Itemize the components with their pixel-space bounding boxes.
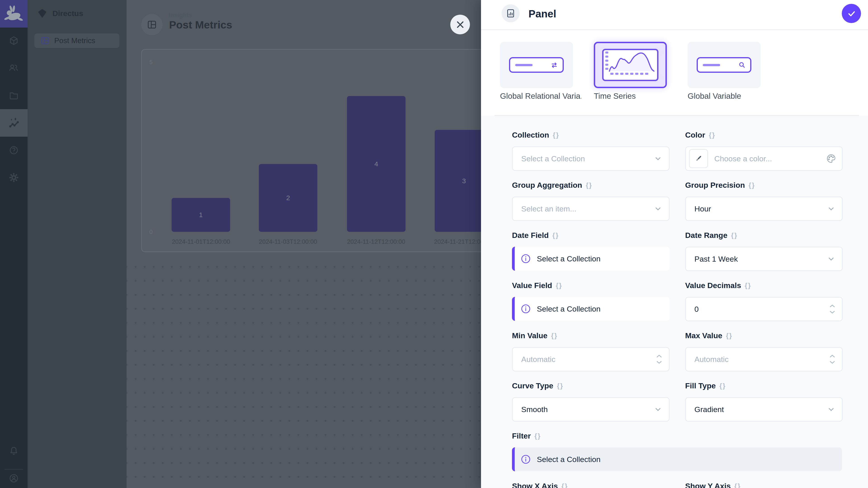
fill-type-select[interactable]: Gradient bbox=[685, 397, 843, 422]
module-files[interactable] bbox=[0, 82, 28, 109]
info-icon bbox=[521, 304, 531, 314]
bar-value-label: 2 bbox=[286, 194, 290, 202]
box-icon bbox=[8, 35, 19, 46]
field-label-group-aggregation: Group Aggregation{} bbox=[512, 181, 592, 190]
close-icon bbox=[455, 20, 465, 30]
drawer-header: Panel bbox=[481, 0, 868, 30]
notifications-button[interactable] bbox=[0, 437, 28, 465]
page-header-icon-button[interactable] bbox=[141, 14, 162, 35]
number-stepper[interactable] bbox=[656, 354, 662, 365]
save-panel-button[interactable] bbox=[842, 4, 861, 23]
date-field-notice[interactable]: Select a Collection bbox=[512, 247, 670, 271]
sidebar-item-label: Post Metrics bbox=[54, 36, 95, 45]
module-users[interactable] bbox=[0, 54, 28, 82]
info-icon bbox=[521, 254, 531, 264]
raw-value-icon[interactable]: {} bbox=[556, 282, 562, 289]
eyedropper-button[interactable] bbox=[689, 149, 708, 168]
y-axis-tick-max: 5 bbox=[147, 59, 156, 66]
bell-icon bbox=[8, 446, 19, 456]
raw-value-icon[interactable]: {} bbox=[534, 432, 541, 440]
project-chooser[interactable]: Directus bbox=[28, 0, 127, 27]
color-input[interactable]: Choose a color... bbox=[685, 147, 843, 171]
value-decimals-input[interactable]: 0 bbox=[685, 297, 843, 321]
field-label-date-field: Date Field{} bbox=[512, 231, 559, 240]
field-label-show-x-axis: Show X Axis{} bbox=[512, 482, 568, 488]
curve-type-select[interactable]: Smooth bbox=[512, 397, 670, 422]
chart-bar: 2 bbox=[259, 164, 317, 232]
raw-value-icon[interactable]: {} bbox=[552, 232, 559, 239]
search-icon bbox=[738, 61, 747, 70]
field-label-collection: Collection{} bbox=[512, 131, 559, 139]
module-settings[interactable] bbox=[0, 164, 28, 191]
raw-value-icon[interactable]: {} bbox=[553, 131, 559, 139]
input-illustration bbox=[509, 57, 564, 73]
raw-value-icon[interactable]: {} bbox=[561, 482, 568, 488]
palette-icon[interactable] bbox=[826, 154, 836, 164]
dashboard-icon bbox=[40, 36, 50, 45]
field-label-group-precision: Group Precision{} bbox=[685, 181, 755, 190]
min-value-input[interactable]: Automatic bbox=[512, 347, 670, 371]
panel-type-time-series[interactable] bbox=[594, 42, 667, 88]
group-precision-select[interactable]: Hour bbox=[685, 197, 843, 221]
module-content[interactable] bbox=[0, 27, 28, 55]
field-label-color: Color{} bbox=[685, 131, 715, 139]
chart-panel-icon bbox=[505, 8, 516, 19]
panel-type-picker: Global Relational Varia... bbox=[481, 30, 868, 116]
x-axis-tick: 2024-11-01T12:00:00 bbox=[153, 238, 248, 246]
input-illustration bbox=[697, 57, 751, 73]
drawer-close-button[interactable] bbox=[450, 15, 470, 34]
y-axis-tick-min: 0 bbox=[147, 228, 156, 235]
project-diamond-icon bbox=[37, 8, 48, 19]
directus-logo-button[interactable] bbox=[0, 0, 28, 28]
folder-icon bbox=[8, 90, 19, 101]
raw-value-icon[interactable]: {} bbox=[557, 382, 563, 390]
max-value-input[interactable]: Automatic bbox=[685, 347, 843, 371]
raw-value-icon[interactable]: {} bbox=[719, 382, 726, 390]
project-name: Directus bbox=[53, 9, 83, 18]
field-label-value-decimals: Value Decimals{} bbox=[685, 281, 751, 290]
raw-value-icon[interactable]: {} bbox=[731, 232, 738, 239]
raw-value-icon[interactable]: {} bbox=[745, 282, 751, 289]
collection-select[interactable]: Select a Collection bbox=[512, 147, 670, 171]
user-menu-button[interactable] bbox=[0, 464, 28, 488]
field-label-show-y-axis: Show Y Axis{} bbox=[685, 482, 741, 488]
raw-value-icon[interactable]: {} bbox=[735, 482, 741, 488]
group-aggregation-select[interactable]: Select an item... bbox=[512, 197, 670, 221]
field-label-fill-type: Fill Type{} bbox=[685, 381, 726, 390]
raw-value-icon[interactable]: {} bbox=[551, 332, 558, 339]
panel-type-label: Global Variable bbox=[688, 92, 769, 101]
raw-value-icon[interactable]: {} bbox=[709, 131, 715, 139]
panel-type-global-variable[interactable] bbox=[688, 42, 761, 88]
chevron-down-icon bbox=[653, 204, 662, 213]
value-field-notice[interactable]: Select a Collection bbox=[512, 297, 670, 321]
field-label-max-value: Max Value{} bbox=[685, 331, 733, 340]
x-axis-tick: 2024-11-03T12:00:00 bbox=[241, 238, 336, 246]
info-icon bbox=[521, 454, 531, 464]
raw-value-icon[interactable]: {} bbox=[586, 182, 592, 189]
module-insights[interactable] bbox=[0, 109, 28, 137]
raw-value-icon[interactable]: {} bbox=[749, 182, 755, 189]
bar-value-label: 3 bbox=[462, 177, 466, 185]
dashboard-icon bbox=[147, 20, 157, 30]
raw-value-icon[interactable]: {} bbox=[726, 332, 733, 339]
module-help[interactable] bbox=[0, 136, 28, 164]
gear-icon bbox=[8, 172, 19, 183]
date-range-select[interactable]: Past 1 Week bbox=[685, 247, 843, 271]
sidebar-item-post-metrics[interactable]: Post Metrics bbox=[34, 33, 119, 48]
number-stepper[interactable] bbox=[829, 354, 836, 365]
field-label-filter: Filter{} bbox=[512, 431, 541, 440]
panel-type-label: Global Relational Varia... bbox=[500, 92, 581, 101]
field-label-curve-type: Curve Type{} bbox=[512, 381, 563, 390]
chevron-down-icon bbox=[653, 405, 662, 414]
bar-value-label: 1 bbox=[199, 211, 203, 219]
chevron-down-icon bbox=[653, 154, 662, 163]
number-stepper[interactable] bbox=[829, 304, 836, 315]
avatar-icon bbox=[8, 473, 20, 484]
chart-bar: 1 bbox=[172, 198, 230, 232]
page-title: Post Metrics bbox=[169, 19, 232, 31]
filter-notice[interactable]: Select a Collection bbox=[512, 447, 842, 471]
time-series-panel: 5 0 1 2 4 3 2024-11-01T12:00:00 2024-11-… bbox=[141, 49, 495, 252]
nav-sidebar: Directus Post Metrics bbox=[28, 0, 127, 488]
panel-type-global-relational-variable[interactable] bbox=[500, 42, 573, 88]
panel-icon-circle bbox=[502, 4, 520, 22]
